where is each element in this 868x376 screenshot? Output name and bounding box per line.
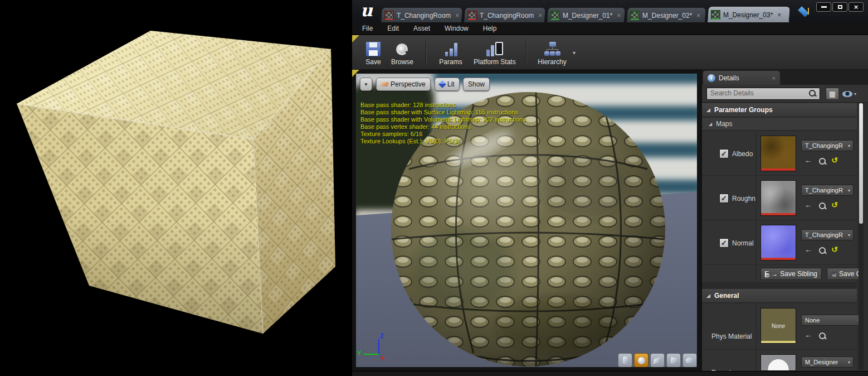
details-scrollbar[interactable] bbox=[859, 103, 864, 370]
x-axis-label: X bbox=[381, 355, 384, 361]
phys-material-thumbnail[interactable]: None bbox=[760, 308, 796, 344]
search-details-input[interactable]: Search Details bbox=[706, 88, 820, 100]
tab-close-icon[interactable]: × bbox=[617, 11, 621, 19]
section-maps[interactable]: ◢ Maps bbox=[702, 118, 857, 131]
tab-label: M_Designer_01* bbox=[563, 11, 612, 19]
albedo-texture-thumbnail[interactable] bbox=[760, 136, 796, 171]
params-button[interactable]: Params bbox=[436, 38, 466, 67]
perspective-button[interactable]: Perspective bbox=[376, 78, 431, 91]
use-selected-arrow-icon[interactable]: ← bbox=[804, 156, 812, 165]
lit-cube-icon bbox=[438, 80, 446, 88]
collapse-triangle-icon: ◢ bbox=[706, 293, 710, 298]
hierarchy-button[interactable]: Hierarchy bbox=[535, 38, 569, 67]
viewport-canvas[interactable]: ▼ Perspective Lit Show Base pass shader:… bbox=[356, 74, 697, 367]
hierarchy-dropdown-caret[interactable]: ▾ bbox=[573, 50, 576, 56]
save-button[interactable]: Save bbox=[361, 38, 386, 67]
preview-shape-sphere-button[interactable] bbox=[634, 353, 648, 367]
section-general[interactable]: ◢ General bbox=[702, 289, 857, 303]
floppy-icon bbox=[765, 271, 769, 277]
tab-m-designer-03-active[interactable]: M_Designer_03* × bbox=[707, 6, 791, 22]
preview-shape-cube-button[interactable] bbox=[666, 353, 681, 367]
use-selected-arrow-icon[interactable]: ← bbox=[804, 330, 812, 339]
reset-to-default-icon[interactable]: ↺ bbox=[831, 156, 838, 165]
albedo-checkbox[interactable]: ✓ bbox=[719, 149, 729, 158]
details-tab-close-icon[interactable]: × bbox=[772, 75, 776, 81]
use-selected-arrow-icon[interactable]: ← bbox=[804, 200, 812, 209]
section-parameter-groups[interactable]: ◢ Parameter Groups bbox=[702, 103, 857, 117]
tab-close-icon[interactable]: × bbox=[538, 11, 542, 19]
viewport-options-dropdown[interactable]: ▼ bbox=[360, 78, 372, 91]
browse-to-asset-icon[interactable] bbox=[819, 247, 827, 255]
visibility-filter-button[interactable]: ▾ bbox=[842, 89, 861, 99]
tab-label: M_Designer_02* bbox=[642, 11, 692, 19]
albedo-texture-combo[interactable]: T_ChangingR ▾ bbox=[801, 140, 854, 151]
platform-stats-button[interactable]: Platform Stats bbox=[470, 38, 519, 67]
preview-shape-plane-button[interactable] bbox=[650, 353, 665, 367]
tab-t-changingroom-1[interactable]: T_ChangingRoom × bbox=[381, 7, 463, 22]
sphere-icon bbox=[638, 357, 645, 364]
browse-to-asset-icon[interactable] bbox=[819, 332, 827, 340]
scrollbar-thumb[interactable] bbox=[859, 103, 863, 224]
param-row-phys-material: Phys Material None None ▾ ← bbox=[702, 303, 857, 350]
screenshot-root: u T_ChangingRoom × T_ChangingRoom × bbox=[0, 0, 868, 376]
toolbar-separator bbox=[426, 40, 426, 65]
section-gap bbox=[702, 283, 857, 289]
parent-material-combo[interactable]: M_Designer ▾ bbox=[801, 356, 854, 368]
reset-to-default-icon[interactable]: ↺ bbox=[831, 200, 838, 209]
menu-edit[interactable]: Edit bbox=[387, 25, 399, 32]
stat-line: Base pass vertex shader: 44 instructions bbox=[360, 123, 526, 131]
lit-mode-button[interactable]: Lit bbox=[435, 78, 460, 91]
save-sibling-button[interactable]: → Save Sibling bbox=[760, 268, 822, 280]
stat-line: Base pass shader with Volumetric Lightma… bbox=[360, 116, 526, 123]
menu-file[interactable]: File bbox=[362, 25, 373, 32]
use-selected-arrow-icon[interactable]: ← bbox=[804, 245, 812, 254]
tutorial-cap-icon[interactable] bbox=[798, 4, 812, 17]
roughness-texture-combo[interactable]: T_ChangingR ▾ bbox=[801, 185, 854, 196]
material-asset-icon bbox=[630, 11, 640, 20]
preview-shape-teapot-button[interactable] bbox=[682, 353, 697, 367]
hierarchy-icon bbox=[544, 42, 560, 56]
browse-button[interactable]: Browse bbox=[388, 38, 417, 67]
stat-line: Texture samplers: 6/16 bbox=[360, 131, 526, 138]
phys-material-combo[interactable]: None ▾ bbox=[801, 315, 864, 326]
caret-down-icon: ▾ bbox=[854, 91, 856, 97]
panel-focus-wedge bbox=[352, 70, 359, 77]
save-buttons-row: → Save Sibling ↓ Save Ch bbox=[702, 265, 857, 283]
caret-down-icon: ▾ bbox=[848, 188, 850, 193]
stat-line: Texture Lookups (Est.): VS(0), PS(3) bbox=[360, 138, 526, 145]
normal-texture-combo[interactable]: T_ChangingR ▾ bbox=[801, 229, 854, 240]
close-button[interactable]: × bbox=[849, 2, 864, 12]
display-options-button[interactable]: ▦ bbox=[826, 88, 839, 100]
tab-t-changingroom-2[interactable]: T_ChangingRoom × bbox=[464, 7, 546, 22]
menu-bar: File Edit Asset Window Help bbox=[352, 22, 868, 35]
caret-down-icon: ▾ bbox=[848, 233, 850, 238]
browse-to-asset-icon[interactable] bbox=[819, 203, 827, 210]
tab-close-icon[interactable]: × bbox=[777, 11, 781, 18]
show-button[interactable]: Show bbox=[463, 78, 490, 91]
parent-material-thumbnail[interactable] bbox=[760, 354, 796, 371]
textured-cube-render bbox=[0, 0, 352, 376]
menu-window[interactable]: Window bbox=[445, 25, 469, 32]
preview-shape-cylinder-button[interactable] bbox=[618, 353, 632, 367]
maximize-button[interactable] bbox=[832, 2, 847, 12]
normal-texture-thumbnail[interactable] bbox=[760, 225, 796, 261]
browse-to-asset-icon[interactable] bbox=[819, 158, 827, 166]
tab-close-icon[interactable]: × bbox=[455, 11, 459, 19]
material-asset-icon bbox=[711, 10, 720, 20]
minimize-button[interactable] bbox=[816, 2, 831, 12]
reset-to-default-icon[interactable]: ↺ bbox=[831, 245, 838, 254]
tab-m-designer-01[interactable]: M_Designer_01* × bbox=[547, 7, 626, 22]
normal-checkbox[interactable]: ✓ bbox=[719, 238, 729, 248]
tab-label: M_Designer_03* bbox=[723, 11, 773, 18]
menu-help[interactable]: Help bbox=[483, 25, 497, 32]
roughness-checkbox[interactable]: ✓ bbox=[719, 194, 729, 203]
tab-close-icon[interactable]: × bbox=[696, 11, 700, 19]
texture-asset-icon bbox=[467, 11, 477, 20]
menu-asset[interactable]: Asset bbox=[413, 25, 430, 32]
roughness-texture-thumbnail[interactable] bbox=[760, 180, 796, 216]
caret-down-icon: ▾ bbox=[848, 143, 850, 148]
tab-m-designer-02[interactable]: M_Designer_02* × bbox=[626, 7, 706, 22]
details-tab[interactable]: i Details × bbox=[703, 71, 780, 85]
unreal-logo-icon: u bbox=[358, 1, 376, 20]
y-axis-label: Y bbox=[357, 350, 361, 356]
